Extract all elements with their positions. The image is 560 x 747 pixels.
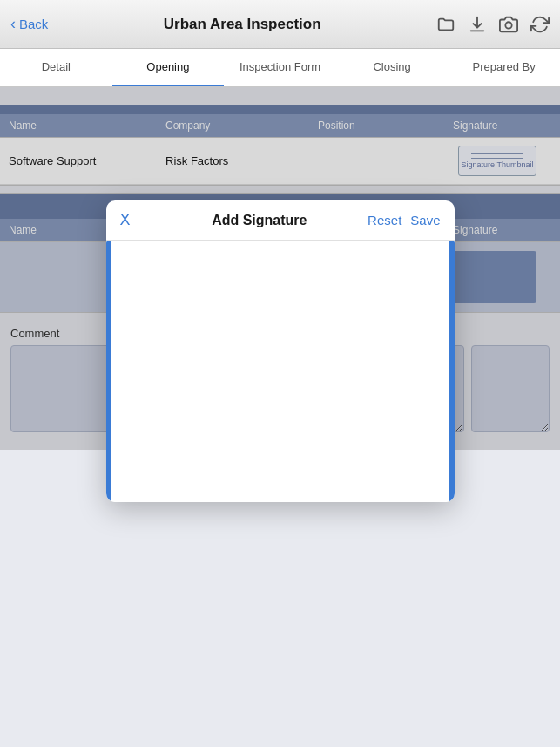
tab-bar: Detail Opening Inspection Form Closing P… [0,49,560,87]
tab-prepared-by[interactable]: Prepared By [448,49,560,86]
refresh-icon[interactable] [530,15,550,34]
signature-canvas[interactable] [106,241,455,502]
tab-opening[interactable]: Opening [112,49,225,86]
page-title: Urban Area Inspection [48,16,436,33]
modal-close-button[interactable]: X [120,211,152,229]
tab-inspection-form[interactable]: Inspection Form [224,49,336,86]
modal-reset-button[interactable]: Reset [368,213,401,227]
back-button[interactable]: ‹ Back [10,15,48,33]
back-label: Back [19,17,48,31]
add-signature-modal: X Add Signature Reset Save [106,200,455,502]
nav-bar: ‹ Back Urban Area Inspection [0,0,560,49]
modal-save-button[interactable]: Save [410,213,440,227]
modal-overlay: X Add Signature Reset Save [0,87,560,450]
download-icon[interactable] [468,15,487,34]
folder-icon[interactable] [436,15,455,34]
main-content: Name Company Position Signature Software… [0,87,560,450]
modal-title: Add Signature [152,213,368,228]
tab-closing[interactable]: Closing [336,49,449,86]
svg-point-0 [505,22,511,28]
modal-header: X Add Signature Reset Save [106,200,455,241]
camera-icon[interactable] [499,15,518,34]
tab-detail[interactable]: Detail [0,49,112,86]
back-chevron-icon: ‹ [10,15,16,33]
nav-icons [436,15,550,34]
